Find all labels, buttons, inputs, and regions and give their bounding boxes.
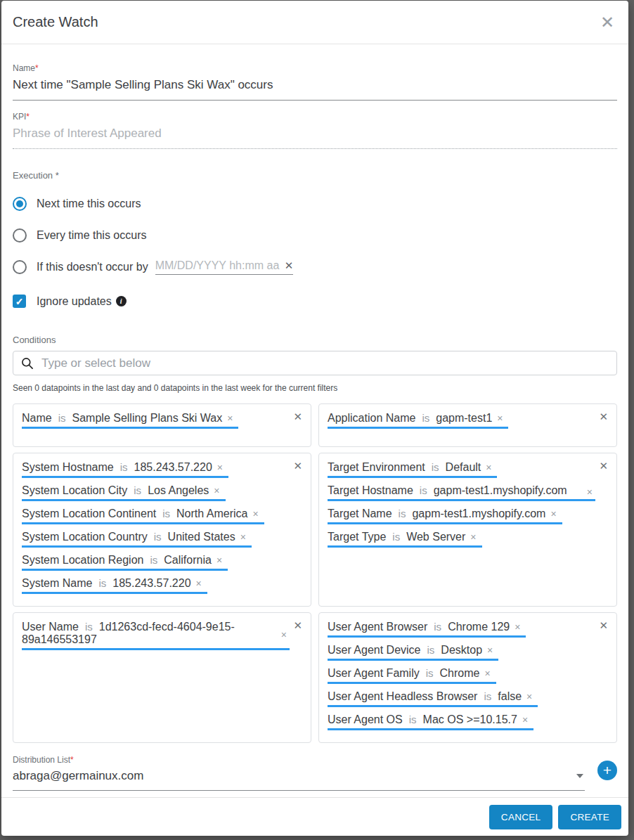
chip-field-name: System Hostname [22,461,114,474]
chip-value: Desktop [441,644,482,657]
chip-remove-icon[interactable]: × [217,462,223,473]
chip-operator: is [98,577,106,589]
conditions-search-input[interactable] [41,356,609,370]
create-button[interactable]: CREATE [558,805,621,829]
radio-selected-icon[interactable] [13,197,27,211]
chip-operator: is [162,508,170,519]
chip-remove-icon[interactable]: × [487,645,493,656]
chip-operator: is [58,412,66,424]
chip-remove-icon[interactable]: × [587,486,593,498]
card-remove-icon[interactable]: ✕ [599,620,608,631]
card-remove-icon[interactable]: ✕ [293,411,302,422]
distribution-list-row: Distribution List* abraga@germainux.com … [13,755,617,791]
chip-value: Chrome [440,667,480,680]
card-remove-icon[interactable]: ✕ [293,620,302,631]
cancel-button[interactable]: CANCEL [489,805,553,829]
chip-field-name: User Agent Device [328,644,421,657]
chevron-down-icon[interactable] [576,774,583,778]
conditions-grid: NameisSample Selling Plans Ski Wax×✕Appl… [13,403,617,743]
condition-chip-row: User Agent Headless Browserisfalse× [328,690,595,713]
name-input[interactable] [13,73,617,101]
chip-remove-icon[interactable]: × [227,413,233,424]
radio-option-next-time[interactable]: Next time this occurs [13,195,617,212]
chip-field-name: Target Hostname [328,484,413,496]
chip-operator: is [484,690,491,702]
name-label: Name* [13,63,617,73]
chip-field-name: User Name [22,621,79,633]
condition-chip-row: Application Nameisgapm-test1× [328,412,595,435]
info-icon: i [116,296,127,306]
chip-field-name: Application Name [328,412,415,425]
chip-remove-icon[interactable]: × [550,508,556,519]
checkbox-checked-icon[interactable]: ✓ [13,295,26,308]
chip-field-name: System Location City [22,484,127,497]
ignore-updates-row[interactable]: ✓ Ignore updates i [13,295,617,308]
card-remove-icon[interactable]: ✕ [599,411,608,422]
condition-chip-row: Target TypeisWeb Server× [328,531,595,554]
condition-chip: System Location ContinentisNorth America… [22,508,264,524]
chip-remove-icon[interactable]: × [484,668,490,679]
distribution-list-select[interactable]: abraga@germainux.com [13,765,585,791]
radio-label[interactable]: Every time this occurs [37,229,146,242]
card-remove-icon[interactable]: ✕ [599,460,608,471]
chip-remove-icon[interactable]: × [214,485,219,496]
ignore-updates-label[interactable]: Ignore updates [37,295,112,308]
radio-unselected-icon[interactable] [13,228,27,243]
condition-chip-row: System Location ContinentisNorth America… [22,508,290,531]
condition-chip: Application Nameisgapm-test1× [328,412,508,429]
radio-unselected-icon[interactable] [13,260,27,274]
condition-chip: System Nameis185.243.57.220× [22,577,207,594]
chip-remove-icon[interactable]: × [486,462,491,473]
close-icon[interactable]: ✕ [599,13,616,32]
chip-field-name: User Agent Family [328,667,420,680]
radio-label[interactable]: Next time this occurs [37,198,141,210]
chip-remove-icon[interactable]: × [497,413,503,424]
chip-remove-icon[interactable]: × [281,629,287,640]
condition-card: Application Nameisgapm-test1×✕ [318,403,617,447]
condition-chip: User Agent Headless Browserisfalse× [328,690,538,707]
condition-card: System Hostnameis185.243.57.220×System L… [13,453,311,607]
conditions-label: Conditions [13,335,617,345]
chip-remove-icon[interactable]: × [522,714,528,725]
chip-remove-icon[interactable]: × [216,555,222,566]
chip-remove-icon[interactable]: × [515,621,520,633]
distribution-list-field: Distribution List* abraga@germainux.com [13,755,585,791]
chip-remove-icon[interactable]: × [240,531,246,543]
distribution-list-label: Distribution List* [13,755,585,765]
chip-remove-icon[interactable]: × [196,578,202,589]
radio-option-doesnt-occur-by[interactable]: If this doesn't occur by ✕ [13,259,617,276]
chip-value: North America [176,508,247,520]
condition-card: Target EnvironmentisDefault×Target Hostn… [318,453,617,607]
date-clear-icon[interactable]: ✕ [285,259,294,272]
kpi-input[interactable] [13,122,617,149]
add-recipient-button[interactable]: + [597,761,617,780]
condition-chip-row: User Nameis1d1263cd-fecd-4604-9e15-89a14… [22,621,290,650]
condition-chip: Target Nameisgapm-test1.myshopify.com× [328,508,562,524]
chip-field-name: System Name [22,577,92,590]
condition-chip-row: System Location CountryisUnited States× [22,531,290,554]
date-input[interactable] [155,259,283,272]
kpi-label-text: KPI [13,112,26,122]
chip-operator: is [150,554,157,566]
chip-operator: is [134,484,141,496]
condition-chip-row: System Nameis185.243.57.220× [22,577,290,600]
chip-value: Sample Selling Plans Ski Wax [72,412,223,425]
radio-option-every-time[interactable]: Every time this occurs [13,227,617,244]
chip-remove-icon[interactable]: × [470,531,476,543]
chip-value: Mac OS >=10.15.7 [423,713,517,726]
condition-chip: Target Hostnameisgapm-test1.myshopify.co… [328,484,595,501]
chip-remove-icon[interactable]: × [526,691,532,702]
card-remove-icon[interactable]: ✕ [293,460,302,471]
chip-operator: is [422,412,429,424]
conditions-search-box[interactable] [13,351,617,375]
chip-operator: is [85,621,93,633]
chip-field-name: Target Environment [328,461,425,474]
chip-remove-icon[interactable]: × [252,508,258,519]
condition-chip-row: User Agent FamilyisChrome× [328,667,595,690]
condition-chip: User Agent OSisMac OS >=10.15.7× [328,713,533,730]
condition-card: User Nameis1d1263cd-fecd-4604-9e15-89a14… [13,612,311,743]
chip-field-name: System Location Region [22,554,143,567]
condition-chip: System Location RegionisCalifornia× [22,554,228,571]
distribution-list-value: abraga@germainux.com [13,769,576,783]
radio-label[interactable]: If this doesn't occur by [37,261,148,273]
